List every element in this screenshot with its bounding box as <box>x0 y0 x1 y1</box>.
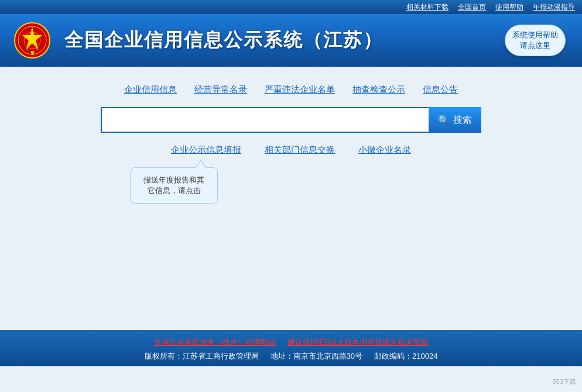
cloud-line1: 系统使用帮助 <box>512 30 558 40</box>
browser-suggestion-link[interactable]: 建议使用IE8以上版本浏览器或火狐浏览器 <box>287 337 429 348</box>
national-home-link[interactable]: 全国首页 <box>458 2 486 12</box>
annual-report-guide-link[interactable]: 年报动漫指导 <box>533 2 575 12</box>
info-notice-link[interactable]: 信息公告 <box>423 84 458 95</box>
enterprise-credit-link[interactable]: 企业信用信息 <box>124 84 177 95</box>
serious-violations-link[interactable]: 严重违法企业名单 <box>265 84 335 95</box>
abnormal-operations-link[interactable]: 经营异常名录 <box>194 84 247 95</box>
cloud-help-box[interactable]: 系统使用帮助 请点这里 <box>505 25 566 56</box>
dept-exchange-link[interactable]: 相关部门信息交换 <box>265 145 335 156</box>
search-input[interactable] <box>101 107 429 133</box>
watermark: 553下载 <box>553 377 576 386</box>
main-content: 企业信用信息 经营异常名录 严重违法企业名单 抽查检查公示 信息公告 🔍 搜索 … <box>0 67 582 330</box>
nav-links-row: 企业信用信息 经营异常名录 严重违法企业名单 抽查检查公示 信息公告 <box>124 84 458 95</box>
footer-copyright: 版权所有：江苏省工商行政管理局 <box>145 351 259 362</box>
help-link[interactable]: 使用帮助 <box>495 2 523 12</box>
related-materials-link[interactable]: 相关材料下载 <box>406 2 449 12</box>
help-cloud[interactable]: 系统使用帮助 请点这里 <box>500 20 570 61</box>
search-icon: 🔍 <box>438 115 450 126</box>
footer-postcode: 邮政编码：210024 <box>374 351 437 362</box>
page-title: 全国企业信用信息公示系统（江苏） <box>64 27 383 53</box>
small-enterprise-link[interactable]: 小微企业名录 <box>358 145 411 156</box>
enterprise-report-link[interactable]: 企业公示信息填报 <box>171 145 241 156</box>
consult-phone-link[interactable]: 全省公示系统业务（技术）咨询电话 <box>154 337 276 348</box>
top-nav-bar: 相关材料下载 全国首页 使用帮助 年报动漫指导 <box>0 0 582 14</box>
cloud-line2: 请点这里 <box>512 40 558 51</box>
search-area: 🔍 搜索 <box>101 107 481 133</box>
footer-address: 地址：南京市北京西路30号 <box>271 351 362 362</box>
search-button-label: 搜索 <box>453 114 472 126</box>
page-footer: 全省公示系统业务（技术）咨询电话 建议使用IE8以上版本浏览器或火狐浏览器 版权… <box>0 330 582 366</box>
bottom-links-row: 企业公示信息填报 相关部门信息交换 小微企业名录 <box>171 145 411 156</box>
tooltip-text: 报送年度报告和其它信息，请点击 <box>143 176 204 195</box>
tooltip-area: 报送年度报告和其它信息，请点击 <box>130 167 218 204</box>
svg-text:警: 警 <box>30 51 35 55</box>
footer-links-row: 全省公示系统业务（技术）咨询电话 建议使用IE8以上版本浏览器或火狐浏览器 <box>0 337 582 348</box>
logo-container: 警 <box>12 20 53 61</box>
spot-check-link[interactable]: 抽查检查公示 <box>352 84 405 95</box>
search-button[interactable]: 🔍 搜索 <box>429 107 481 133</box>
speech-bubble[interactable]: 报送年度报告和其它信息，请点击 <box>130 167 218 204</box>
page-header: 警 全国企业信用信息公示系统（江苏） 系统使用帮助 请点这里 <box>0 14 582 67</box>
footer-info-row: 版权所有：江苏省工商行政管理局 地址：南京市北京西路30号 邮政编码：21002… <box>0 351 582 362</box>
emblem-icon: 警 <box>14 22 50 59</box>
